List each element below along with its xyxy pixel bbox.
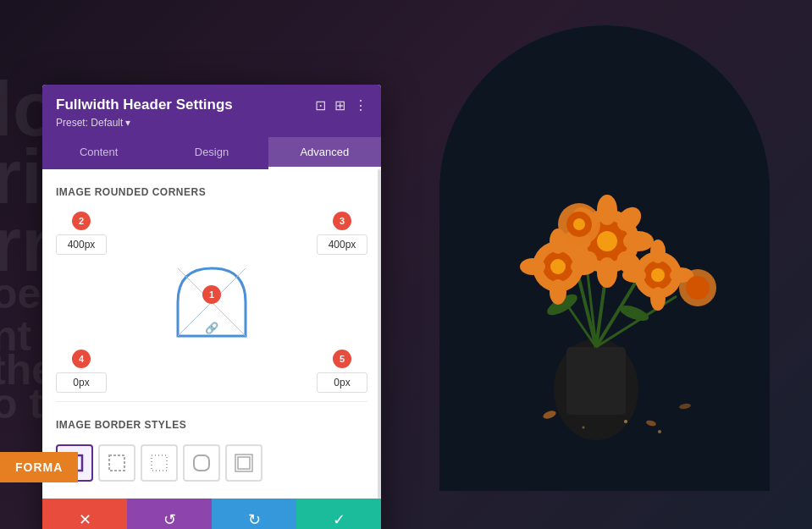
flower-image — [439, 25, 770, 491]
svg-rect-50 — [109, 455, 124, 471]
more-icon[interactable]: ⋮ — [354, 97, 367, 113]
input-bottom-left[interactable] — [56, 372, 107, 393]
settings-panel: Fullwidth Header Settings ⊡ ⊞ ⋮ Preset: … — [42, 85, 381, 529]
layout-icon[interactable]: ⊞ — [334, 97, 345, 113]
svg-point-46 — [583, 427, 585, 429]
border-style-dotted[interactable] — [141, 444, 178, 482]
svg-point-34 — [622, 267, 646, 283]
svg-point-44 — [624, 420, 627, 423]
border-styles-group — [56, 444, 367, 482]
panel-title: Fullwidth Header Settings — [56, 96, 233, 113]
svg-point-32 — [650, 240, 666, 263]
corner-bottom-left: 4 — [56, 350, 107, 393]
badge-4: 4 — [72, 350, 91, 368]
panel-tabs: Content Design Advanced — [42, 137, 381, 169]
rounded-corners-title: Image Rounded Corners — [56, 186, 367, 198]
expand-icon[interactable]: ⊡ — [315, 97, 326, 113]
panel-icon-group: ⊡ ⊞ ⋮ — [315, 97, 367, 113]
panel-footer: ✕ ↺ ↻ ✓ — [42, 499, 381, 529]
svg-point-24 — [550, 259, 566, 274]
border-style-rounded[interactable] — [183, 444, 220, 482]
border-style-double[interactable] — [225, 444, 262, 482]
border-styles-title: Image Border Styles — [56, 419, 367, 431]
redo-button[interactable]: ↻ — [212, 499, 296, 529]
save-button[interactable]: ✓ — [296, 499, 381, 529]
svg-rect-2 — [566, 347, 626, 415]
section-divider — [56, 401, 367, 402]
corner-top-right: 3 — [317, 212, 367, 255]
arch-visual: 1 🔗 — [169, 260, 254, 344]
cancel-button[interactable]: ✕ — [42, 499, 127, 529]
panel-body: Image Rounded Corners 2 3 — [42, 169, 381, 499]
svg-point-17 — [623, 231, 654, 251]
svg-point-38 — [573, 218, 585, 230]
svg-point-33 — [650, 287, 666, 311]
corners-control: 2 3 — [56, 212, 367, 402]
link-icon[interactable]: 🔗 — [205, 322, 218, 334]
tab-design[interactable]: Design — [155, 137, 268, 169]
panel-header: Fullwidth Header Settings ⊡ ⊞ ⋮ Preset: … — [42, 85, 381, 137]
tab-advanced[interactable]: Advanced — [268, 137, 381, 169]
svg-point-15 — [597, 257, 617, 288]
svg-point-13 — [597, 231, 617, 251]
svg-point-31 — [651, 268, 665, 282]
border-style-dashed-outer[interactable] — [98, 444, 135, 482]
scroll-indicator — [378, 169, 381, 499]
badge-1: 1 — [202, 285, 221, 306]
svg-point-40 — [686, 276, 710, 300]
reset-button[interactable]: ↺ — [127, 499, 212, 529]
preset-selector[interactable]: Preset: Default ▾ — [56, 117, 367, 129]
badge-5: 5 — [333, 350, 351, 368]
svg-point-28 — [571, 258, 596, 275]
input-top-right[interactable] — [317, 234, 367, 255]
svg-rect-54 — [238, 457, 250, 469]
svg-point-27 — [520, 258, 545, 275]
svg-rect-52 — [194, 455, 209, 471]
badge-3: 3 — [333, 212, 351, 230]
corner-top-left: 2 — [56, 212, 107, 255]
input-top-left[interactable] — [56, 234, 107, 255]
svg-point-26 — [550, 279, 566, 305]
svg-point-45 — [658, 430, 661, 433]
cta-button[interactable]: FORMA — [0, 452, 78, 482]
badge-2: 2 — [72, 212, 91, 230]
svg-rect-51 — [152, 455, 167, 471]
input-bottom-right[interactable] — [317, 372, 367, 393]
corner-bottom-right: 5 — [317, 350, 367, 393]
tab-content[interactable]: Content — [42, 137, 155, 169]
